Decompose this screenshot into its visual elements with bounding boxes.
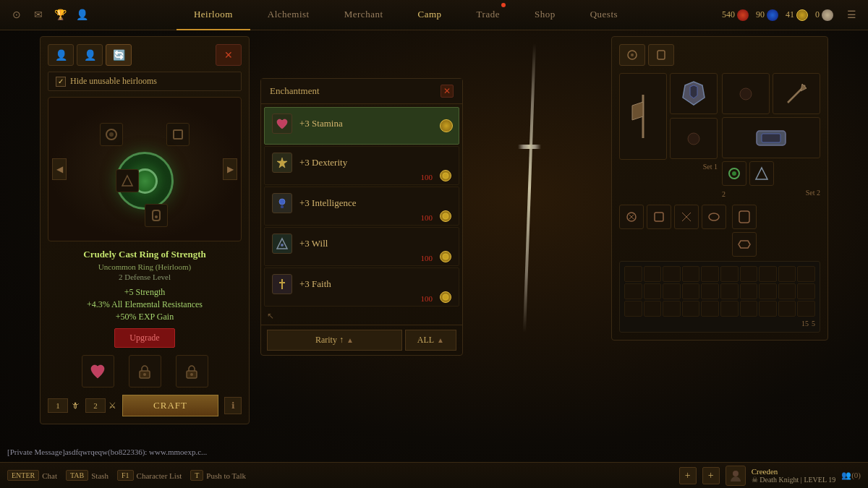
resource-blue: 90 [756,9,778,21]
tab-trade[interactable]: Trade [459,0,517,30]
slot-side-1[interactable] [732,205,757,229]
tab-merchant[interactable]: Merchant [327,0,401,30]
filter-arrow-icon: ▲ [437,336,444,344]
slot-box-heart[interactable] [82,355,114,388]
t-push-to-talk-button[interactable]: T Push to Talk [190,470,246,481]
inv-slot[interactable] [663,283,681,299]
equip-slot-armor-top[interactable] [670,73,718,114]
enchant-close-button[interactable]: ✕ [441,85,454,98]
filter-button[interactable]: ALL ▲ [405,330,456,351]
resource-blue-icon [767,9,778,21]
enchant-item-stamina[interactable]: +3 Stamina [264,107,459,145]
inv-slot[interactable] [663,266,681,282]
hide-unusable-toggle[interactable]: ✓ Hide unusable heirlooms [48,72,242,91]
info-button[interactable]: ℹ [224,397,242,414]
inv-slot[interactable] [663,301,681,317]
enchant-item-intelligence[interactable]: +3 Intelligence 100 [264,187,459,226]
inv-slot[interactable] [740,266,758,282]
enchant-item-faith[interactable]: +3 Faith 100 [264,267,459,307]
inv-slot[interactable] [759,283,777,299]
equip-slot-axe[interactable] [619,73,667,160]
add-button-2[interactable]: + [702,467,720,484]
equip-slot-empty-top[interactable] [670,118,718,159]
inv-slot[interactable] [644,301,662,317]
enchantment-panel: Enchantment ✕ +3 Stamina +3 Dexterity 10… [260,78,463,356]
craft-count-2: 2 ⚔ [85,398,116,413]
inv-slot[interactable] [797,266,815,282]
tab-alchemist[interactable]: Alchemist [250,0,327,30]
nav-icon-trophy[interactable]: 🏆 [52,7,68,23]
panel-tab-1[interactable]: 👤 [48,44,74,66]
inv-slot[interactable] [740,301,758,317]
add-button-1[interactable]: + [679,467,697,484]
enchant-header: Enchantment ✕ [261,79,462,104]
equip-slot-s2-item3[interactable] [722,117,820,158]
inv-slot[interactable] [644,283,662,299]
panel-tab-3[interactable]: 🔄 [106,44,132,66]
enchant-item-will[interactable]: +3 Will 100 [264,227,459,266]
inv-slot[interactable] [720,301,739,317]
enchant-cost-dexterity: 100 [421,173,433,181]
ring-nav-next[interactable]: ▶ [223,158,237,180]
inv-slot[interactable] [682,266,700,282]
inv-slot[interactable] [624,266,642,282]
slot-right-top[interactable] [166,123,190,146]
inv-slot[interactable] [740,283,758,299]
slot-extra-2[interactable] [647,205,671,229]
slot-extra-1[interactable] [619,205,644,229]
inv-slot[interactable] [682,283,700,299]
inv-slot[interactable] [624,301,642,317]
inv-slot[interactable] [720,283,739,299]
tab-camp[interactable]: Camp [401,0,459,30]
inv-slot[interactable] [624,283,642,299]
nav-icon-mail[interactable]: ✉ [30,7,46,23]
panel-close-button[interactable]: ✕ [216,44,242,66]
count-box-1: 1 [48,398,68,413]
inv-slot[interactable] [797,283,815,299]
equip-slot-s2-extra1[interactable] [749,161,774,186]
inv-slot[interactable] [778,283,796,299]
sort-button[interactable]: Rarity ↑ ▲ [267,330,402,351]
tab-stash-button[interactable]: TAB Stash [66,470,109,481]
inv-slot[interactable] [778,301,796,317]
slot-side-2[interactable] [732,232,757,257]
ring-nav-prev[interactable]: ◀ [52,158,67,180]
slot-right-mid[interactable] [116,169,139,192]
inv-slot[interactable] [778,266,796,282]
enchant-item-dexterity[interactable]: +3 Dexterity 100 [264,146,459,185]
slot-right-bot[interactable] [145,204,168,227]
nav-icon-settings[interactable]: ⊙ [9,7,25,23]
craft-button[interactable]: CRAFT [122,395,218,416]
slot-left-top[interactable] [100,123,123,146]
inv-slot[interactable] [759,266,777,282]
inv-slot[interactable] [644,266,662,282]
inv-slot[interactable] [701,301,719,317]
equip-tab-1[interactable] [619,44,645,66]
inv-slot[interactable] [759,301,777,317]
nav-icon-extra[interactable]: ☰ [843,7,859,23]
slot-box-lock-right[interactable] [176,355,208,388]
inv-slot[interactable] [701,266,719,282]
enter-chat-button[interactable]: ENTER Chat [7,470,57,481]
hide-unusable-checkbox[interactable]: ✓ [56,77,66,87]
f1-charlist-button[interactable]: F1 Character List [117,470,182,481]
inv-slot[interactable] [682,301,700,317]
slot-extra-3[interactable] [674,205,699,229]
equip-slot-s2-empty[interactable] [722,73,770,114]
enchant-name-faith: +3 Faith [299,278,451,290]
slot-extra-4[interactable] [702,205,726,229]
nav-icon-profile[interactable]: 👤 [74,7,90,23]
single-slots-row [619,205,820,257]
upgrade-button[interactable]: Upgrade [114,328,174,348]
tab-shop[interactable]: Shop [517,0,573,30]
inv-slot[interactable] [701,283,719,299]
slot-box-lock-left[interactable] [129,355,161,388]
equip-slot-pickaxe[interactable] [773,73,820,114]
inv-slot[interactable] [797,301,815,317]
tab-heirloom[interactable]: Heirloom [176,0,250,30]
panel-tab-2[interactable]: 👤 [77,44,103,66]
inv-slot[interactable] [720,266,739,282]
equip-tab-2[interactable] [648,44,674,66]
equip-slot-ring[interactable] [722,161,746,186]
tab-quests[interactable]: Quests [573,0,635,30]
